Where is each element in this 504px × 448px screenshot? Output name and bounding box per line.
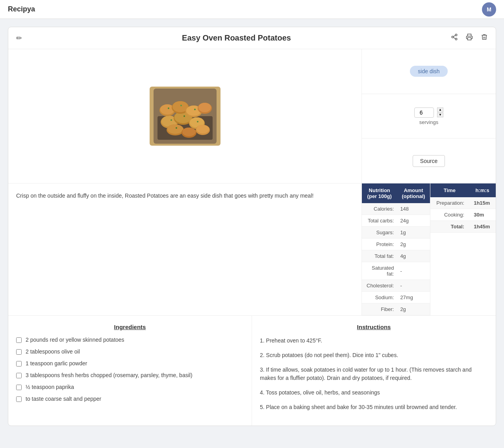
nutrition-row: Sodium: 27mg [362, 292, 430, 304]
nutrition-row: Calories: 148 [362, 203, 430, 215]
ingredients-section: Ingredients 2 pounds red or yellow skinn… [8, 316, 252, 426]
servings-label: servings [419, 119, 438, 125]
time-value: 30m [469, 209, 496, 221]
user-avatar[interactable]: M [482, 2, 496, 17]
time-header-col2: h:m:s [469, 183, 496, 197]
ingredients-list: 2 pounds red or yellow skinned potatoes … [16, 337, 244, 402]
spinner-buttons: ▲ ▼ [437, 107, 443, 117]
ingredient-text: 2 pounds red or yellow skinned potatoes [26, 337, 124, 343]
ingredient-text: 2 tablespoons olive oil [26, 348, 80, 355]
instruction-item: 2. Scrub potatoes (do not peel them). Di… [260, 351, 488, 359]
share-button[interactable] [449, 32, 460, 44]
instruction-item: 3. If time allows, soak potatoes in cold… [260, 366, 488, 382]
nutrition-row: Sugars: 1g [362, 227, 430, 239]
nutrition-row: Protein: 2g [362, 239, 430, 250]
top-bar: Recipya M [0, 0, 504, 19]
servings-down-button[interactable]: ▼ [437, 113, 443, 117]
time-value: 1h15m [469, 197, 496, 209]
nutrition-value: 148 [397, 203, 430, 215]
nutrition-row: Total fat: 4g [362, 250, 430, 262]
time-table: Time h:m:s Preparation: 1h15m Cooking: 3… [430, 183, 496, 233]
recipe-bottom: Ingredients 2 pounds red or yellow skinn… [8, 316, 496, 426]
ingredient-checkbox[interactable] [16, 373, 22, 378]
ingredients-title: Ingredients [16, 324, 244, 330]
nutrition-label: Total fat: [362, 250, 397, 262]
nutrition-value: 2g [397, 304, 430, 315]
nutrition-label: Saturated fat: [362, 262, 397, 280]
nutrition-value: 1g [397, 227, 430, 239]
ingredient-text: 1 teaspoon garlic powder [26, 360, 87, 367]
svg-point-0 [455, 34, 457, 36]
svg-point-31 [198, 103, 211, 112]
ingredient-checkbox[interactable] [16, 396, 22, 402]
tag-section: side dish [362, 49, 496, 94]
nutrition-label: Cholesterol: [362, 280, 397, 292]
svg-point-33 [180, 105, 182, 106]
ingredient-text: ½ teaspoon paprika [26, 384, 74, 390]
time-col: Time h:m:s Preparation: 1h15m Cooking: 3… [430, 183, 496, 315]
edit-button[interactable]: ✏ [15, 32, 24, 44]
time-row: Cooking: 30m [430, 209, 496, 221]
time-value: 1h45m [469, 221, 496, 233]
ingredient-checkbox[interactable] [16, 337, 22, 343]
instructions-title: Instructions [260, 324, 488, 330]
time-label: Preparation: [430, 197, 469, 209]
ingredient-checkbox[interactable] [16, 385, 22, 390]
svg-point-21 [183, 115, 185, 117]
delete-icon [481, 34, 488, 42]
nutrition-row: Cholesterol: - [362, 280, 430, 292]
time-row: Preparation: 1h15m [430, 197, 496, 209]
instructions-section: Instructions 1. Preheat oven to 425°F.2.… [252, 316, 496, 426]
print-icon [466, 34, 473, 42]
nutrition-value: - [397, 262, 430, 280]
nutrition-label: Calories: [362, 203, 397, 215]
ingredient-item: 1 teaspoon garlic powder [16, 360, 244, 367]
ingredient-text: 3 tablespoons fresh herbs chopped (rosem… [26, 372, 193, 378]
nutrition-value: 27mg [397, 292, 430, 304]
nutrition-time-grid: Nutrition(per 100g) Amount(optional) Cal… [362, 183, 496, 315]
recipe-description: Crisp on the outside and fluffy on the i… [8, 183, 362, 315]
svg-line-3 [453, 37, 455, 39]
time-header-col1: Time [430, 183, 469, 197]
svg-point-1 [452, 36, 454, 38]
time-label: Cooking: [430, 209, 469, 221]
nutrition-value: 2g [397, 239, 430, 250]
recipe-image [150, 87, 220, 146]
share-icon [451, 34, 458, 42]
ingredient-item: 2 pounds red or yellow skinned potatoes [16, 337, 244, 343]
recipe-title: Easy Oven Roasted Potatoes [24, 33, 449, 43]
nutrition-label: Sodium: [362, 292, 397, 304]
time-row: Total: 1h45m [430, 221, 496, 233]
ingredient-item: ½ teaspoon paprika [16, 384, 244, 390]
app-title: Recipya [8, 5, 35, 13]
ingredient-checkbox[interactable] [16, 361, 22, 367]
delete-button[interactable] [479, 32, 489, 44]
recipe-header: ✏ Easy Oven Roasted Potatoes [8, 27, 496, 49]
nutrition-header-col2: Amount(optional) [397, 183, 430, 203]
svg-point-32 [168, 107, 169, 109]
source-button[interactable]: Source [413, 155, 445, 167]
nutrition-row: Fiber: 2g [362, 304, 430, 315]
header-icons [449, 32, 489, 44]
svg-point-20 [170, 119, 172, 121]
servings-up-button[interactable]: ▲ [437, 107, 443, 112]
svg-point-34 [194, 109, 196, 110]
edit-icon: ✏ [16, 34, 22, 42]
servings-section: ▲ ▼ servings [362, 94, 496, 139]
recipe-card: ✏ Easy Oven Roasted Potatoes [8, 27, 496, 426]
svg-point-22 [197, 121, 198, 122]
recipe-middle: Crisp on the outside and fluffy on the i… [8, 183, 496, 316]
ingredient-checkbox[interactable] [16, 349, 22, 355]
nutrition-row: Total carbs: 24g [362, 215, 430, 227]
svg-point-2 [455, 38, 457, 40]
print-button[interactable] [464, 32, 474, 44]
servings-input[interactable] [414, 107, 434, 118]
svg-line-4 [453, 35, 455, 37]
nutrition-col: Nutrition(per 100g) Amount(optional) Cal… [362, 183, 430, 315]
svg-point-17 [182, 128, 196, 136]
ingredient-item: 3 tablespoons fresh herbs chopped (rosem… [16, 372, 244, 378]
nutrition-value: 4g [397, 250, 430, 262]
source-section: Source [362, 139, 496, 183]
nutrition-table: Nutrition(per 100g) Amount(optional) Cal… [362, 183, 430, 315]
nutrition-time-area: Nutrition(per 100g) Amount(optional) Cal… [362, 183, 496, 315]
